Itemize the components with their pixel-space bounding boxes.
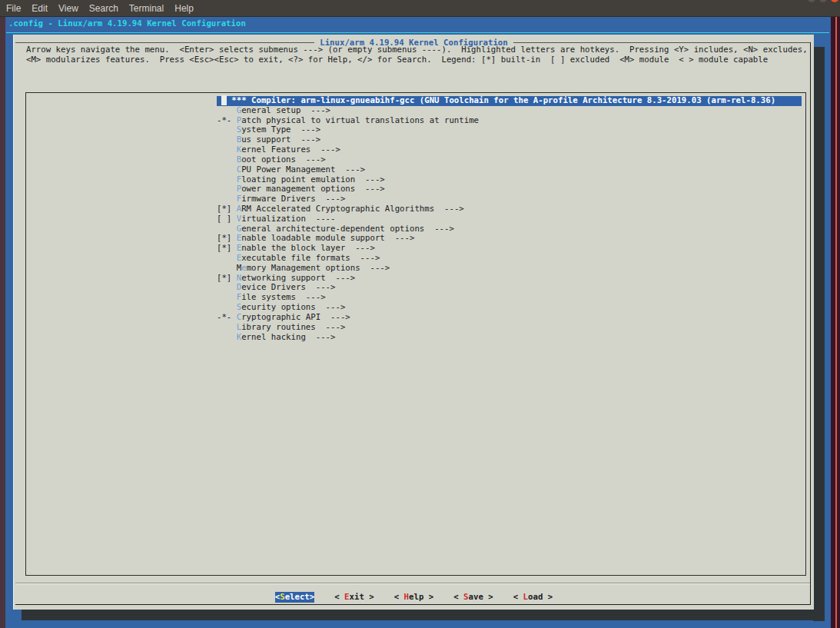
- menuconfig-dialog: Linux/arm 4.19.94 Kernel Configuration A…: [13, 35, 814, 610]
- button-separator: [15, 583, 810, 584]
- menubar-items: FileEditViewSearchTerminalHelp: [6, 0, 194, 16]
- desktop-edge-right: [831, 16, 840, 628]
- terminal-menubar: FileEditViewSearchTerminalHelp: [0, 0, 840, 17]
- maximize-button[interactable]: [819, 0, 827, 2]
- instructions-line-2: <M> modularizes features. Press <Esc><Es…: [26, 55, 768, 65]
- instructions-line-1: Arrow keys navigate the menu. <Enter> se…: [26, 45, 808, 55]
- button-row: <Select>< Exit >< Help >< Save >< Load >: [14, 592, 814, 603]
- terminal-viewport: .config - Linux/arm 4.19.94 Kernel Confi…: [5, 16, 831, 628]
- accent-line: [835, 16, 837, 628]
- menubar-item-search[interactable]: Search: [89, 3, 118, 14]
- dialog-bottom-border: [15, 604, 810, 605]
- menubar-item-help[interactable]: Help: [174, 3, 194, 14]
- menubar-item-edit[interactable]: Edit: [32, 3, 48, 14]
- button-save[interactable]: < Save >: [453, 592, 493, 603]
- button-help[interactable]: < Help >: [394, 592, 434, 603]
- desktop-edge-left: [0, 16, 5, 628]
- button-select[interactable]: <Select>: [275, 592, 314, 603]
- button-exit[interactable]: < Exit >: [334, 592, 374, 603]
- button-load[interactable]: < Load >: [513, 592, 553, 603]
- menubar-item-terminal[interactable]: Terminal: [129, 3, 164, 14]
- backtitle-separator: [6, 32, 829, 33]
- menubar-item-view[interactable]: View: [58, 3, 78, 14]
- minimize-button[interactable]: [808, 0, 815, 2]
- close-button[interactable]: [831, 0, 838, 2]
- dialog-shadow-right: [813, 47, 825, 621]
- menubar-item-file[interactable]: File: [6, 3, 21, 14]
- menu-item[interactable]: Kernel hacking --->: [217, 333, 802, 343]
- backtitle: .config - Linux/arm 4.19.94 Kernel Confi…: [8, 18, 246, 28]
- dialog-right-border: [810, 42, 811, 605]
- menu-list: *** Compiler: arm-linux-gnueabihf-gcc (G…: [217, 96, 802, 342]
- dialog-shadow-bottom: [22, 610, 825, 620]
